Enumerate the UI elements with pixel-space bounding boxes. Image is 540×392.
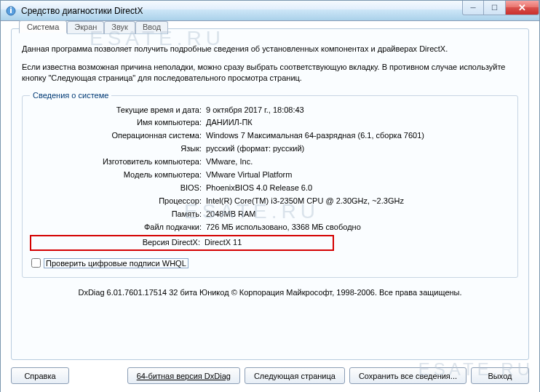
- row-computer-name: Имя компьютера: ДАНИИЛ-ПК: [31, 117, 509, 129]
- tab-input[interactable]: Ввод: [135, 21, 168, 34]
- row-datetime: Текущие время и дата: 9 октября 2017 г.,…: [31, 105, 509, 116]
- whql-row: Проверить цифровые подписи WHQL: [31, 258, 509, 268]
- label: Модель компьютера:: [31, 169, 206, 181]
- value: 726 МБ использовано, 3368 МБ свободно: [206, 222, 509, 233]
- label: Изготовитель компьютера:: [31, 156, 206, 168]
- app-icon: [5, 5, 17, 17]
- svg-rect-1: [10, 9, 12, 13]
- maximize-button[interactable]: ☐: [484, 1, 506, 15]
- value: Windows 7 Максимальная 64-разрядная (6.1…: [206, 130, 509, 142]
- label: Файл подкачки:: [31, 222, 206, 233]
- label: Операционная система:: [31, 130, 206, 142]
- label: Язык:: [31, 143, 206, 155]
- value: VMware, Inc.: [206, 156, 509, 168]
- group-title: Сведения о системе: [30, 91, 111, 100]
- label: BIOS:: [31, 183, 206, 194]
- close-button[interactable]: ✕: [506, 1, 539, 15]
- minimize-button[interactable]: ─: [462, 1, 484, 15]
- system-info-group: Сведения о системе Текущие время и дата:…: [22, 95, 518, 278]
- row-manufacturer: Изготовитель компьютера: VMware, Inc.: [31, 156, 509, 168]
- tab-system[interactable]: Система: [19, 20, 67, 33]
- tab-strip: Система Экран Звук Ввод: [19, 20, 518, 33]
- value: 9 октября 2017 г., 18:08:43: [206, 105, 509, 116]
- tab-sound[interactable]: Звук: [104, 21, 135, 34]
- footer-text: DxDiag 6.01.7601.17514 32 бита Юникод © …: [22, 288, 518, 297]
- value: 2048MB RAM: [206, 209, 509, 220]
- intro-text-2: Если известна возможная причина неполадк…: [22, 62, 518, 84]
- row-language: Язык: русский (формат: русский): [31, 143, 509, 155]
- whql-label[interactable]: Проверить цифровые подписи WHQL: [44, 258, 188, 268]
- row-pagefile: Файл подкачки: 726 МБ использовано, 3368…: [31, 222, 509, 233]
- tab-panel: Система Экран Звук Ввод Данная программа…: [11, 28, 529, 360]
- row-memory: Память: 2048MB RAM: [31, 209, 509, 220]
- help-button[interactable]: Справка: [11, 367, 69, 384]
- label: Текущие время и дата:: [31, 105, 206, 116]
- label: Память:: [31, 209, 206, 220]
- dxdiag-window: Средство диагностики DirectX ─ ☐ ✕ Систе…: [0, 0, 540, 392]
- value: PhoenixBIOS 4.0 Release 6.0: [206, 183, 509, 194]
- next-page-button[interactable]: Следующая страница: [245, 367, 345, 384]
- button-row: Справка 64-битная версия DxDiag Следующа…: [11, 367, 529, 384]
- value: ДАНИИЛ-ПК: [206, 117, 509, 129]
- whql-checkbox[interactable]: [31, 258, 41, 268]
- row-model: Модель компьютера: VMware Virtual Platfo…: [31, 169, 509, 181]
- save-all-button[interactable]: Сохранить все сведения...: [349, 367, 466, 384]
- label: Версия DirectX:: [31, 237, 205, 249]
- value: Intel(R) Core(TM) i3-2350M CPU @ 2.30GHz…: [206, 196, 509, 207]
- bit64-button[interactable]: 64-битная версия DxDiag: [127, 367, 240, 384]
- tab-display[interactable]: Экран: [67, 21, 104, 34]
- row-directx-version: Версия DirectX: DirectX 11: [30, 235, 334, 251]
- intro-text-1: Данная программа позволяет получить подр…: [22, 44, 518, 55]
- row-bios: BIOS: PhoenixBIOS 4.0 Release 6.0: [31, 183, 509, 194]
- row-os: Операционная система: Windows 7 Максимал…: [31, 130, 509, 142]
- value: VMware Virtual Platform: [206, 169, 509, 181]
- value: DirectX 11: [205, 237, 333, 249]
- window-title: Средство диагностики DirectX: [21, 6, 143, 16]
- svg-point-2: [10, 7, 12, 8]
- value: русский (формат: русский): [206, 143, 509, 155]
- titlebar[interactable]: Средство диагностики DirectX ─ ☐ ✕: [1, 1, 539, 21]
- exit-button[interactable]: Выход: [471, 367, 529, 384]
- label: Процессор:: [31, 196, 206, 207]
- label: Имя компьютера:: [31, 117, 206, 129]
- system-info-rows: Текущие время и дата: 9 октября 2017 г.,…: [31, 105, 509, 251]
- row-processor: Процессор: Intel(R) Core(TM) i3-2350M CP…: [31, 196, 509, 207]
